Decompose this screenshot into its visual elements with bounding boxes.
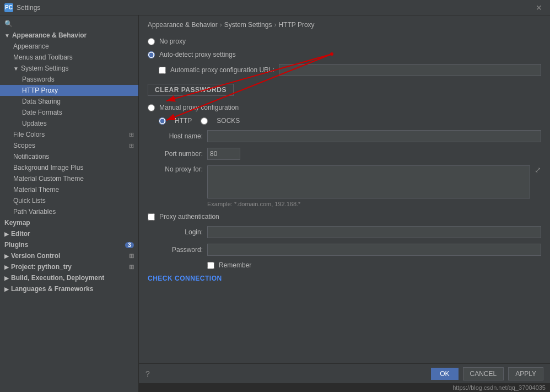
expand-icon: ▼	[4, 33, 10, 39]
auto-detect-row: Auto-detect proxy settings	[148, 51, 541, 58]
content-wrapper: Appearance & Behavior › System Settings …	[139, 15, 550, 392]
sidebar-item-keymap[interactable]: Keymap	[0, 217, 138, 228]
password-input[interactable]	[207, 244, 541, 256]
sidebar-item-languages-frameworks[interactable]: ▶ Languages & Frameworks	[0, 283, 138, 294]
remember-row: Remember	[207, 261, 541, 269]
title-bar-left: PC Settings	[4, 3, 40, 12]
sidebar-item-passwords[interactable]: Passwords	[0, 74, 138, 85]
socks-radio[interactable]	[201, 117, 208, 125]
cancel-button[interactable]: CANCEL	[463, 367, 504, 380]
sidebar-item-date-formats[interactable]: Date Formats	[0, 107, 138, 118]
sidebar-item-label: Passwords	[22, 76, 55, 83]
sidebar-item-background-image-plus[interactable]: Background Image Plus	[0, 162, 138, 173]
bottom-bar: ? OK CANCEL APPLY	[139, 363, 550, 383]
expand-icon: ▶	[4, 253, 9, 259]
sidebar-item-updates[interactable]: Updates	[0, 118, 138, 129]
sidebar-item-editor[interactable]: ▶ Editor	[0, 228, 138, 239]
sidebar-item-label: Scopes	[13, 142, 35, 149]
sidebar-item-plugins[interactable]: Plugins 3	[0, 239, 138, 250]
breadcrumb-part-2: System Settings	[224, 21, 272, 29]
no-proxy-radio[interactable]	[148, 38, 155, 45]
expand-icon: ▶	[4, 231, 9, 237]
port-number-input[interactable]	[207, 148, 240, 160]
port-number-row: Port number:	[148, 148, 541, 160]
remember-checkbox[interactable]	[207, 262, 214, 269]
sidebar-item-http-proxy[interactable]: HTTP Proxy	[0, 85, 138, 96]
breadcrumb-separator-2: ›	[274, 21, 276, 29]
example-text: Example: *.domain.com, 192.168.*	[207, 201, 541, 207]
sidebar-item-label: Appearance & Behavior	[12, 31, 87, 39]
sidebar-item-label: Updates	[22, 120, 47, 127]
sidebar-item-material-custom-theme[interactable]: Material Custom Theme	[0, 173, 138, 184]
sidebar-item-appearance[interactable]: Appearance	[0, 41, 138, 52]
sidebar-item-label: Notifications	[13, 153, 49, 160]
auto-detect-label[interactable]: Auto-detect proxy settings	[159, 51, 236, 58]
password-row: Password:	[148, 244, 541, 256]
auto-url-block: Automatic proxy configuration URL:	[159, 64, 541, 76]
no-proxy-textarea[interactable]	[207, 165, 530, 198]
proxy-auth-label[interactable]: Proxy authentication	[159, 213, 219, 221]
expand-icon: ▶	[4, 286, 9, 292]
http-radio[interactable]	[159, 117, 166, 125]
sidebar-item-path-variables[interactable]: Path Variables	[0, 206, 138, 217]
sidebar-item-label: Data Sharing	[22, 98, 61, 105]
no-proxy-label[interactable]: No proxy	[159, 37, 186, 45]
search-input[interactable]	[15, 20, 134, 28]
sidebar-item-label: Menus and Toolbars	[13, 53, 73, 61]
sidebar-item-menus-toolbars[interactable]: Menus and Toolbars	[0, 52, 138, 63]
login-input[interactable]	[207, 226, 541, 238]
manual-proxy-label[interactable]: Manual proxy configuration	[159, 104, 239, 111]
host-name-row: Host name:	[148, 130, 541, 142]
password-label: Password:	[148, 246, 203, 254]
sidebar-item-notifications[interactable]: Notifications	[0, 151, 138, 162]
close-button[interactable]: ✕	[532, 2, 546, 13]
sidebar-item-appearance-behavior[interactable]: ▼ Appearance & Behavior	[0, 30, 138, 41]
http-label[interactable]: HTTP	[175, 117, 192, 125]
sidebar-item-project[interactable]: ▶ Project: python_try ⊞	[0, 261, 138, 272]
proxy-auth-checkbox[interactable]	[148, 213, 155, 221]
auto-detect-radio[interactable]	[148, 51, 155, 58]
sidebar-item-file-colors[interactable]: File Colors ⊞	[0, 129, 138, 140]
port-number-label: Port number:	[148, 150, 203, 158]
auto-url-input[interactable]	[279, 64, 541, 76]
breadcrumb-part-3: HTTP Proxy	[278, 21, 314, 29]
content-area: Appearance & Behavior › System Settings …	[139, 15, 550, 363]
sidebar-item-label: HTTP Proxy	[22, 87, 58, 94]
check-connection-button[interactable]: CHECK CONNECTION	[148, 275, 222, 282]
sidebar-item-label: Material Custom Theme	[13, 175, 84, 182]
apply-button[interactable]: APPLY	[508, 367, 543, 380]
sidebar-item-version-control[interactable]: ▶ Version Control ⊞	[0, 250, 138, 261]
auto-url-label[interactable]: Automatic proxy configuration URL:	[170, 66, 274, 74]
http-socks-row: HTTP SOCKS	[159, 117, 541, 125]
external-icon: ⊞	[129, 142, 134, 149]
sidebar-item-data-sharing[interactable]: Data Sharing	[0, 96, 138, 107]
title-bar: PC Settings ✕	[0, 0, 550, 15]
socks-label[interactable]: SOCKS	[217, 117, 240, 125]
check-connection-container: CHECK CONNECTION	[148, 275, 541, 282]
manual-proxy-radio[interactable]	[148, 104, 155, 111]
help-button[interactable]: ?	[145, 369, 150, 378]
plugins-badge: 3	[125, 242, 134, 248]
clear-passwords-button[interactable]: CLEAR PASSWORDS	[148, 84, 234, 96]
sidebar-item-build-execution[interactable]: ▶ Build, Execution, Deployment	[0, 272, 138, 283]
app-icon: PC	[4, 3, 13, 12]
manual-proxy-row: Manual proxy configuration	[148, 104, 541, 111]
no-proxy-row: No proxy	[148, 37, 541, 45]
sidebar-item-scopes[interactable]: Scopes ⊞	[0, 140, 138, 151]
auto-url-checkbox[interactable]	[159, 67, 166, 74]
window-title: Settings	[17, 4, 40, 12]
external-icon: ⊞	[129, 131, 134, 138]
expand-icon[interactable]: ⤢	[535, 165, 541, 174]
sidebar-item-quick-lists[interactable]: Quick Lists	[0, 195, 138, 206]
sidebar-item-material-theme[interactable]: Material Theme	[0, 184, 138, 195]
remember-label[interactable]: Remember	[219, 261, 251, 269]
sidebar-item-system-settings[interactable]: ▼ System Settings	[0, 63, 138, 74]
sidebar-item-label: System Settings	[21, 65, 69, 72]
external-icon: ⊞	[129, 253, 134, 260]
ok-button[interactable]: OK	[431, 368, 458, 380]
host-name-input[interactable]	[207, 130, 541, 142]
sidebar-item-label: Version Control	[11, 252, 60, 260]
url-bar: https://blog.csdn.net/qq_37004035	[139, 383, 550, 392]
auto-url-row: Automatic proxy configuration URL:	[159, 64, 541, 76]
search-icon: 🔍	[4, 20, 13, 28]
